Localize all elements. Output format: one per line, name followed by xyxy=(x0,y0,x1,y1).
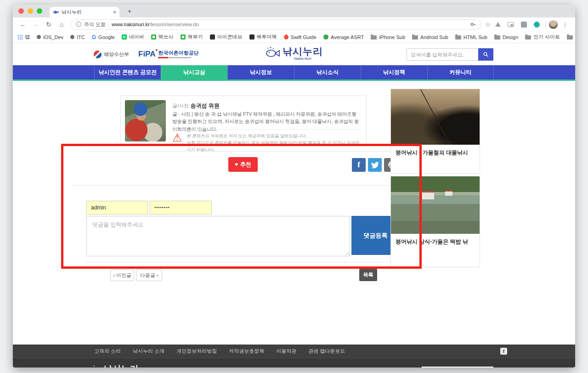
folder-icon xyxy=(455,35,461,40)
recommend-sites-dropdown[interactable]: 추천사이트 xyxy=(422,367,493,367)
nav-item-contest[interactable]: 낚시안전 콘텐츠 공모전 xyxy=(94,65,161,79)
apps-grid-icon xyxy=(17,34,23,40)
bookmark-macssa[interactable]: 맥쓰사 xyxy=(151,34,174,40)
bookmark-android-sub[interactable]: Android Sub xyxy=(412,34,448,40)
toolbar-divider xyxy=(545,21,546,28)
fipa-logo[interactable]: FiPA 한국어촌어항공단 xyxy=(138,50,198,59)
footer-logo-fish-icon xyxy=(90,365,102,367)
floating-hut xyxy=(422,191,434,199)
search-icon xyxy=(483,51,489,57)
bookmarks-bar: 앱 iOS_Dev ITC GGoogle N네이버 맥쓰사 맥부기 아이콘데브… xyxy=(13,31,575,43)
minimize-window-button[interactable] xyxy=(28,8,33,14)
fipa-underline xyxy=(158,57,191,58)
author-photo xyxy=(125,100,166,141)
bookmark-design[interactable]: Design xyxy=(494,34,518,40)
url-text[interactable]: www.naksinuri.kr/lesson/sense/view.do xyxy=(112,22,467,27)
naver-icon: N xyxy=(122,34,127,40)
site-header: 해양수산부 FiPA 한국어촌어항공단 낚 xyxy=(13,43,575,65)
mof-logo[interactable]: 해양수산부 xyxy=(94,51,129,58)
apple-icon xyxy=(70,35,74,39)
zoom-window-button[interactable] xyxy=(37,8,42,14)
footer-link-about[interactable]: 낚시누리 소개 xyxy=(133,348,164,355)
bookmark-macbugi[interactable]: 맥부기 xyxy=(181,34,203,40)
extension-teal-icon[interactable] xyxy=(531,19,542,29)
floating-hut xyxy=(445,190,452,196)
bookmark-html-sub[interactable]: HTML Sub xyxy=(455,34,487,40)
fipa-dot-icon xyxy=(156,49,158,51)
omnibox-divider xyxy=(108,22,109,27)
browser-window: 낚시누리 × + ← → ↻ ⌂ i 주의 요함 www.naksinuri.k… xyxy=(13,5,575,367)
dark-app-icon xyxy=(249,34,254,40)
search-input[interactable] xyxy=(407,48,478,61)
gov-logos: 해양수산부 FiPA 한국어촌어항공단 xyxy=(94,43,198,65)
extension-pip-icon[interactable] xyxy=(505,19,516,29)
bookmark-icondev[interactable]: 아이콘데브 xyxy=(210,34,243,40)
bookmark-iphone-sub[interactable]: iPhone Sub xyxy=(371,34,405,40)
nav-item-fishing-class[interactable]: 낚시교실 xyxy=(161,65,227,79)
tab-strip: 낚시누리 × + xyxy=(13,5,575,17)
bookmark-itc[interactable]: ITC xyxy=(70,34,85,40)
address-bar[interactable]: i 주의 요함 www.naksinuri.kr/lesson/sense/vi… xyxy=(71,19,481,30)
site-logo[interactable]: 낚시누리 Naksi-Nuri xyxy=(265,46,323,61)
site-search xyxy=(407,48,493,61)
search-button[interactable] xyxy=(478,48,493,61)
folder-icon xyxy=(567,35,573,40)
next-post-button[interactable]: 다음글 › xyxy=(136,269,162,281)
dark-app-icon xyxy=(210,34,215,40)
apple-icon xyxy=(37,35,41,39)
folder-icon xyxy=(525,35,531,40)
green-app-icon xyxy=(181,34,186,40)
security-warning-label[interactable]: 주의 요함 xyxy=(84,21,106,28)
profile-avatar[interactable] xyxy=(549,20,558,29)
annotation-highlight-box xyxy=(61,144,422,269)
home-icon[interactable]: ⌂ xyxy=(56,19,67,30)
green-app-icon xyxy=(151,34,156,40)
footer-link-terms[interactable]: 이용약관 xyxy=(276,348,296,355)
footer-link-privacy[interactable]: 개인정보처리방침 xyxy=(176,348,217,355)
bookmark-google[interactable]: GGoogle xyxy=(92,34,115,40)
browser-menu-icon[interactable]: ⋮ xyxy=(560,19,571,30)
bookmark-swift-guide[interactable]: Swift Guide xyxy=(284,34,317,40)
bookmark-ios-dev[interactable]: iOS_Dev xyxy=(37,34,63,40)
bookmark-star-icon[interactable]: ☆ xyxy=(485,21,491,28)
footer-link-app-download[interactable]: 관련 앱다운로드 xyxy=(308,348,345,355)
bookmark-naver[interactable]: N네이버 xyxy=(122,34,144,40)
bookmark-average-asrt[interactable]: Average ASRT xyxy=(323,34,364,40)
author-name: 송귀섭 위원 xyxy=(190,102,219,109)
site-logo-text: 낚시누리 xyxy=(283,46,323,56)
reload-icon[interactable]: ↻ xyxy=(43,19,54,30)
site-logo-subtext: Naksi-Nuri xyxy=(294,57,311,61)
browser-tab[interactable]: 낚시누리 × xyxy=(50,7,119,17)
back-icon[interactable]: ← xyxy=(17,19,28,30)
info-icon[interactable]: i xyxy=(76,22,81,27)
author-label: 글/사진 xyxy=(172,103,189,108)
site-footer: 고객의 소리 낚시누리 소개 개인정보처리방침 저작권보호정책 이용약관 관련 … xyxy=(13,345,575,367)
browser-toolbar: ← → ↻ ⌂ i 주의 요함 www.naksinuri.kr/lesson/… xyxy=(13,17,575,31)
folder-icon xyxy=(412,35,418,40)
folder-icon xyxy=(494,35,500,40)
password-key-icon[interactable] xyxy=(470,21,476,28)
swift-bird-icon xyxy=(283,34,289,40)
list-button[interactable]: 목록 xyxy=(359,269,377,281)
nav-item-fishing-info[interactable]: 낚시정보 xyxy=(227,65,294,79)
extension-square-icon[interactable] xyxy=(518,19,529,29)
tab-close-icon[interactable]: × xyxy=(113,9,116,16)
bookmark-apps[interactable]: 앱 xyxy=(17,34,30,40)
bookmark-popular-sites[interactable]: 인기 사이트 xyxy=(525,34,560,40)
nav-item-fishing-policy[interactable]: 낚시정책 xyxy=(361,65,427,79)
footer-link-voice[interactable]: 고객의 소리 xyxy=(94,348,121,355)
bookmark-unity3d[interactable]: Unity3D xyxy=(567,34,575,40)
close-window-button[interactable] xyxy=(18,8,24,14)
mof-taegeuk-icon xyxy=(94,51,102,58)
nav-item-community[interactable]: 커뮤니티 xyxy=(427,65,494,79)
nav-item-fishing-news[interactable]: 낚시소식 xyxy=(294,65,361,79)
new-tab-button[interactable]: + xyxy=(124,7,135,15)
prev-post-button[interactable]: ‹ 이전글 xyxy=(110,269,134,281)
site-logo-fish-icon xyxy=(265,46,281,58)
related-post-thumbnail xyxy=(391,89,480,145)
footer-link-copyright-policy[interactable]: 저작권보호정책 xyxy=(229,348,264,355)
bookmark-backtomac[interactable]: 백투더맥 xyxy=(249,34,277,40)
footer-facebook-icon[interactable]: f xyxy=(500,348,507,355)
extension-drive-icon[interactable] xyxy=(492,19,503,29)
forward-icon[interactable]: → xyxy=(30,19,41,30)
